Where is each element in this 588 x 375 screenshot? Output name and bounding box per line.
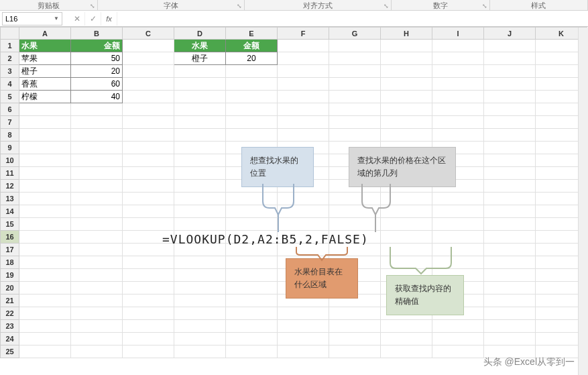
row-header[interactable]: 14 (1, 205, 19, 218)
enter-icon[interactable]: ✓ (85, 12, 101, 25)
cell[interactable] (174, 116, 226, 129)
cell[interactable] (19, 193, 71, 205)
row-header[interactable]: 13 (1, 193, 19, 205)
cell[interactable] (226, 129, 278, 142)
cell[interactable] (381, 103, 432, 116)
row-header[interactable]: 18 (1, 256, 19, 269)
cell[interactable] (278, 333, 329, 345)
cell[interactable] (123, 52, 174, 65)
cell[interactable] (123, 333, 174, 345)
cell[interactable] (278, 193, 329, 205)
cell[interactable] (226, 91, 278, 103)
cell[interactable] (71, 333, 123, 345)
column-header[interactable]: C (123, 28, 174, 40)
cell[interactable] (226, 269, 278, 282)
cell[interactable] (226, 78, 278, 91)
column-header[interactable]: I (432, 28, 484, 40)
cell[interactable] (329, 129, 381, 142)
cell[interactable] (329, 218, 381, 231)
cell[interactable] (19, 180, 71, 193)
row-header[interactable]: 23 (1, 320, 19, 333)
cell[interactable] (19, 294, 71, 307)
cell[interactable] (71, 307, 123, 320)
cell[interactable]: 60 (71, 78, 123, 91)
cell[interactable]: 橙子 (19, 65, 71, 78)
cell[interactable] (484, 78, 536, 91)
vertical-scrollbar[interactable] (578, 28, 588, 375)
dialog-launcher-icon[interactable]: ⤡ (383, 3, 390, 9)
cell[interactable] (174, 269, 226, 282)
cell[interactable] (329, 78, 381, 91)
cell[interactable] (123, 40, 174, 52)
cell[interactable] (123, 256, 174, 269)
cell[interactable] (226, 333, 278, 345)
cell[interactable] (432, 205, 484, 218)
cell[interactable] (19, 129, 71, 142)
cell[interactable] (278, 65, 329, 78)
cell[interactable]: 20 (71, 65, 123, 78)
cell[interactable] (71, 116, 123, 129)
cell[interactable] (329, 40, 381, 52)
dialog-launcher-icon[interactable]: ⤡ (236, 3, 243, 9)
cell[interactable] (123, 180, 174, 193)
row-header[interactable]: 10 (1, 154, 19, 167)
row-header[interactable]: 16 (1, 231, 19, 244)
cell[interactable] (71, 142, 123, 154)
cell[interactable] (71, 129, 123, 142)
cell[interactable] (174, 142, 226, 154)
ribbon-group-alignment[interactable]: 对齐方式⤡ (245, 0, 392, 10)
cell[interactable] (432, 218, 484, 231)
cell[interactable] (71, 154, 123, 167)
row-header[interactable]: 1 (1, 40, 19, 52)
cell[interactable] (432, 193, 484, 205)
cell[interactable] (329, 205, 381, 218)
cell[interactable]: 50 (71, 52, 123, 65)
cell[interactable] (226, 282, 278, 294)
cell[interactable] (226, 103, 278, 116)
cell[interactable] (381, 91, 432, 103)
cell[interactable] (19, 231, 71, 244)
cell[interactable] (329, 65, 381, 78)
cell[interactable] (381, 218, 432, 231)
cell[interactable] (123, 269, 174, 282)
cell[interactable] (19, 167, 71, 180)
cell[interactable] (123, 103, 174, 116)
cell[interactable] (19, 307, 71, 320)
row-header[interactable]: 6 (1, 103, 19, 116)
cell[interactable] (123, 320, 174, 333)
column-header[interactable]: B (71, 28, 123, 40)
row-header[interactable]: 22 (1, 307, 19, 320)
row-header[interactable]: 11 (1, 167, 19, 180)
cell[interactable] (123, 142, 174, 154)
cell[interactable] (432, 129, 484, 142)
cell[interactable] (484, 205, 536, 218)
cell[interactable] (19, 256, 71, 269)
cell[interactable] (381, 116, 432, 129)
cell[interactable] (174, 205, 226, 218)
cell[interactable] (123, 91, 174, 103)
row-header[interactable]: 25 (1, 345, 19, 358)
cell[interactable]: 柠檬 (19, 91, 71, 103)
cell[interactable] (123, 282, 174, 294)
cell[interactable] (278, 129, 329, 142)
cell[interactable] (381, 333, 432, 345)
cell[interactable] (123, 307, 174, 320)
row-header[interactable]: 9 (1, 142, 19, 154)
name-box[interactable]: L16 ▼ (2, 12, 62, 25)
cell[interactable] (432, 78, 484, 91)
cell[interactable] (381, 345, 432, 358)
cell[interactable] (71, 256, 123, 269)
cell[interactable] (484, 129, 536, 142)
cell[interactable] (329, 91, 381, 103)
cell[interactable] (329, 103, 381, 116)
cell[interactable] (484, 193, 536, 205)
cell[interactable] (432, 244, 484, 256)
column-header[interactable]: E (226, 28, 278, 40)
cell[interactable] (123, 345, 174, 358)
cell[interactable] (484, 231, 536, 244)
cell[interactable] (174, 282, 226, 294)
cell[interactable] (71, 282, 123, 294)
cell[interactable] (278, 307, 329, 320)
cell[interactable]: 水果 (19, 40, 71, 52)
cell[interactable] (278, 78, 329, 91)
